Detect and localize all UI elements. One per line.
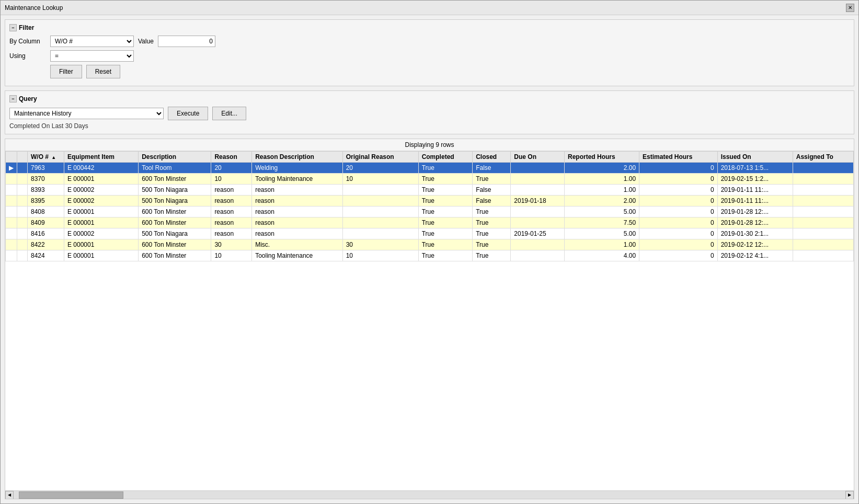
col-description[interactable]: Description [139, 152, 211, 163]
table-row[interactable]: 8395E 000002500 Ton NiagarareasonreasonT… [6, 196, 854, 207]
row-due-on-cell: 2019-01-25 [511, 228, 565, 239]
row-original-reason-cell: 10 [342, 174, 418, 185]
query-collapse-button[interactable]: − [9, 95, 17, 102]
row-wo-cell: 8424 [28, 250, 64, 261]
row-estimated-hours-cell: 0 [639, 174, 718, 185]
reset-button[interactable]: Reset [86, 65, 120, 78]
row-reason-cell: 30 [211, 239, 252, 250]
row-checkbox-cell [17, 174, 28, 185]
col-estimated-hours[interactable]: Estimated Hours [639, 152, 718, 163]
col-reason-desc[interactable]: Reason Description [252, 152, 343, 163]
row-wo-cell: 8370 [28, 174, 64, 185]
table-wrapper[interactable]: W/O # ▲ Equipment Item Description Reaso… [5, 151, 854, 490]
row-reported-hours-cell: 2.00 [565, 196, 639, 207]
row-due-on-cell [511, 217, 565, 228]
row-issued-on-cell: 2019-01-11 11:... [717, 196, 793, 207]
row-indicator-cell [6, 239, 17, 250]
col-reason[interactable]: Reason [211, 152, 252, 163]
row-due-on-cell [511, 239, 565, 250]
col-assigned-to[interactable]: Assigned To [793, 152, 853, 163]
by-column-select[interactable]: W/O # Equipment Item Description Reason … [50, 36, 134, 47]
table-row[interactable]: 8424E 000001600 Ton Minster10Tooling Mai… [6, 250, 854, 261]
close-button[interactable]: ✕ [846, 4, 854, 12]
row-assigned-to-cell [793, 250, 853, 261]
row-completed-cell: True [418, 185, 473, 196]
col-reported-hours[interactable]: Reported Hours [565, 152, 639, 163]
row-due-on-cell [511, 174, 565, 185]
row-issued-on-cell: 2019-02-15 1:2... [717, 174, 793, 185]
row-due-on-cell [511, 163, 565, 174]
table-row[interactable]: 8408E 000001600 Ton MinsterreasonreasonT… [6, 207, 854, 217]
row-issued-on-cell: 2019-02-12 12:... [717, 239, 793, 250]
row-wo-cell: 8416 [28, 228, 64, 239]
row-reported-hours-cell: 1.00 [565, 239, 639, 250]
col-closed[interactable]: Closed [473, 152, 511, 163]
col-completed[interactable]: Completed [418, 152, 473, 163]
filter-button[interactable]: Filter [50, 65, 82, 78]
using-select[interactable]: = != > < >= <= contains [50, 50, 134, 62]
row-reason-cell: reason [211, 196, 252, 207]
row-assigned-to-cell [793, 239, 853, 250]
row-reason-cell: 10 [211, 174, 252, 185]
filter-collapse-button[interactable]: − [9, 24, 17, 31]
data-table: W/O # ▲ Equipment Item Description Reaso… [5, 151, 854, 261]
row-estimated-hours-cell: 0 [639, 250, 718, 261]
row-indicator-cell [6, 174, 17, 185]
row-issued-on-cell: 2018-07-13 1:5... [717, 163, 793, 174]
query-select[interactable]: Maintenance History Open Work Orders Com… [9, 108, 164, 119]
filter-buttons-row: Filter Reset [9, 65, 850, 78]
value-input[interactable] [158, 36, 215, 47]
table-row[interactable]: 8422E 000001600 Ton Minster30Misc.30True… [6, 239, 854, 250]
content-area: − Filter By Column W/O # Equipment Item … [1, 15, 858, 503]
row-assigned-to-cell [793, 196, 853, 207]
col-issued-on[interactable]: Issued On [717, 152, 793, 163]
row-wo-cell: 8393 [28, 185, 64, 196]
row-description-cell: 600 Ton Minster [139, 239, 211, 250]
row-reason-desc-cell: reason [252, 217, 343, 228]
row-description-cell: 600 Ton Minster [139, 207, 211, 217]
col-due-on[interactable]: Due On [511, 152, 565, 163]
row-reason-desc-cell: reason [252, 228, 343, 239]
table-row[interactable]: 8393E 000002500 Ton NiagarareasonreasonT… [6, 185, 854, 196]
row-closed-cell: False [473, 196, 511, 207]
edit-button[interactable]: Edit... [212, 107, 246, 120]
table-row[interactable]: 8416E 000002500 Ton NiagarareasonreasonT… [6, 228, 854, 239]
scroll-left-arrow[interactable]: ◀ [5, 491, 14, 499]
horizontal-scrollbar[interactable]: ◀ ▶ [5, 490, 854, 499]
row-checkbox-cell [17, 217, 28, 228]
row-checkbox-cell [17, 239, 28, 250]
col-equipment[interactable]: Equipment Item [64, 152, 139, 163]
row-reason-cell: reason [211, 217, 252, 228]
row-reason-desc-cell: Misc. [252, 239, 343, 250]
table-row[interactable]: 8370E 000001600 Ton Minster10Tooling Mai… [6, 174, 854, 185]
row-closed-cell: True [473, 250, 511, 261]
row-assigned-to-cell [793, 185, 853, 196]
table-row[interactable]: 8409E 000001600 Ton MinsterreasonreasonT… [6, 217, 854, 228]
row-completed-cell: True [418, 196, 473, 207]
row-assigned-to-cell [793, 174, 853, 185]
query-header: − Query [9, 95, 850, 102]
row-reason-cell: 10 [211, 250, 252, 261]
row-wo-cell: 8422 [28, 239, 64, 250]
col-wo[interactable]: W/O # ▲ [28, 152, 64, 163]
execute-button[interactable]: Execute [168, 107, 208, 120]
col-original-reason[interactable]: Original Reason [342, 152, 418, 163]
row-reason-cell: reason [211, 207, 252, 217]
row-reported-hours-cell: 4.00 [565, 250, 639, 261]
row-original-reason-cell [342, 196, 418, 207]
row-completed-cell: True [418, 228, 473, 239]
row-due-on-cell [511, 250, 565, 261]
row-completed-cell: True [418, 174, 473, 185]
scroll-thumb[interactable] [19, 491, 123, 499]
scroll-track[interactable] [14, 491, 845, 499]
row-indicator-cell: ▶ [6, 163, 17, 174]
row-description-cell: 600 Ton Minster [139, 250, 211, 261]
table-row[interactable]: ▶7963E 000442Tool Room20Welding20TrueFal… [6, 163, 854, 174]
value-label: Value [138, 38, 154, 45]
row-original-reason-cell [342, 185, 418, 196]
scroll-right-arrow[interactable]: ▶ [845, 491, 854, 499]
table-display-info: Displaying 9 rows [5, 139, 854, 151]
row-issued-on-cell: 2019-01-28 12:... [717, 217, 793, 228]
row-reason-desc-cell: Tooling Maintenance [252, 250, 343, 261]
row-original-reason-cell: 10 [342, 250, 418, 261]
